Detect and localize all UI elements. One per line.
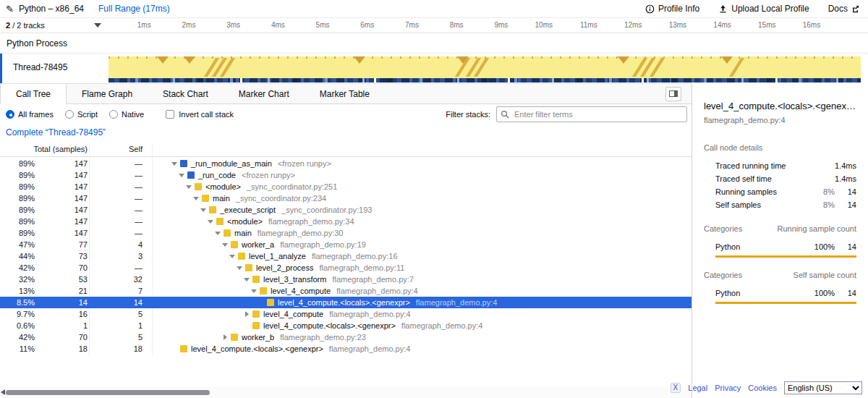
expand-toggle-icon[interactable] [170,159,179,168]
category-bar-python [715,302,856,304]
call-tree-row[interactable]: 44% 73 3 level_1_analyze flamegraph_demo… [0,250,692,262]
categories-label: Categories [704,224,742,233]
row-total-percent: 11% [0,344,35,353]
radio-script[interactable]: Script [65,110,98,119]
ruler-tick-label: 10ms [511,18,553,33]
expand-toggle-icon[interactable] [257,298,265,307]
expand-toggle-icon[interactable] [192,194,200,203]
categories-header-self: Categories Self sample count [704,271,856,279]
legal-link[interactable]: Legal [688,384,707,392]
call-tree-row[interactable]: 42% 70 — level_2_process flamegraph_demo… [0,262,692,274]
expand-toggle-icon[interactable] [235,263,244,272]
row-self-samples: 32 [90,274,153,285]
call-tree-row[interactable]: 8.5% 14 14 level_4_compute.<locals>.<gen… [0,297,692,308]
expand-toggle-icon[interactable] [221,333,229,342]
tab-marker-chart[interactable]: Marker Chart [224,84,305,103]
footer-close-button[interactable]: X [671,383,681,393]
expand-toggle-icon[interactable] [177,171,186,179]
row-frame: main _sync_coordinator.py:234 [153,192,692,204]
sidebar-toggle-button[interactable] [665,87,681,101]
row-frame: level_4_compute.<locals>.<genexpr> flame… [153,343,692,355]
scrollbar-thumb[interactable] [6,390,210,395]
call-tree-row[interactable]: 32% 53 32 level_3_transform flamegraph_d… [0,274,692,285]
expand-toggle-icon[interactable] [184,182,193,191]
row-frame: level_4_compute.<locals>.<genexpr> flame… [153,297,692,308]
call-tree-row[interactable]: 47% 77 4 worker_a flamegraph_demo.py:19 [0,239,692,250]
row-frame: _run_code <frozen runpy> [153,169,692,181]
function-name: _run_code [198,171,236,179]
tab-marker-table[interactable]: Marker Table [305,84,385,103]
language-select[interactable]: English (US) [784,381,862,394]
call-tree-row[interactable]: 42% 70 5 worker_b flamegraph_demo.py:23 [0,331,692,343]
upload-profile-button[interactable]: Upload Local Profile [718,4,809,14]
expand-toggle-icon[interactable] [242,310,251,318]
category-color-icon [209,206,216,213]
row-total-percent: 89% [0,194,35,203]
call-tree-row[interactable]: 89% 147 — _execute_script _sync_coordina… [0,204,692,216]
tracks-dropdown[interactable]: 2 / 2 tracks [0,18,109,33]
call-tree-row[interactable]: 0.6% 1 1 level_4_compute.<locals>.<genex… [0,320,692,331]
filter-stacks-input[interactable] [496,106,687,122]
activity-graph [109,56,861,78]
row-total-samples: 147 [35,216,90,227]
expand-toggle-icon[interactable] [199,206,208,214]
call-tree-row[interactable]: 89% 147 — <module> flamegraph_demo.py:34 [0,216,692,227]
horizontal-scrollbar[interactable] [0,386,692,398]
tab-call-tree[interactable]: Call Tree [0,84,67,104]
call-tree-row[interactable]: 13% 21 7 level_4_compute flamegraph_demo… [0,285,692,297]
edit-profile-name-icon[interactable]: ✎ [6,4,14,14]
expand-toggle-icon[interactable] [206,217,215,226]
category-color-icon [238,253,245,260]
scroll-left-arrow-icon[interactable] [1,389,5,395]
call-tree-row[interactable]: 89% 147 — <module> _sync_coordinator.py:… [0,181,692,192]
ruler-tick-label: 6ms [332,18,374,33]
row-total-samples: 147 [35,204,90,216]
tab-stack-chart[interactable]: Stack Chart [148,84,224,103]
detail-row: Traced self time 1.4ms [704,172,856,185]
column-header-total[interactable]: Total (samples) [0,145,90,156]
sidebar-source-location: flamegraph_demo.py:4 [704,116,856,124]
privacy-link[interactable]: Privacy [715,384,741,392]
breadcrumb-thread-link[interactable]: Complete “Thread-78495” [6,127,106,137]
expand-toggle-icon[interactable] [242,321,251,330]
thread-activity-track[interactable] [109,54,861,83]
call-tree-row[interactable]: 89% 147 — main _sync_coordinator.py:234 [0,192,692,204]
expand-toggle-icon[interactable] [250,287,258,295]
function-name: _execute_script [220,206,276,214]
invert-call-stack-checkbox[interactable]: Invert call stack [166,110,234,119]
radio-all-frames[interactable]: All frames [6,110,54,119]
cookies-link[interactable]: Cookies [748,384,777,392]
expand-toggle-icon[interactable] [170,344,179,353]
radio-native-label: Native [122,110,144,119]
call-tree-row[interactable]: 89% 147 — _run_code <frozen runpy> [0,169,692,181]
expand-toggle-icon[interactable] [242,275,251,284]
expand-toggle-icon[interactable] [221,240,229,249]
function-name: main [234,229,252,237]
row-frame: level_2_process flamegraph_demo.py:11 [153,262,692,274]
row-total-percent: 42% [0,263,35,272]
timeline-ruler[interactable]: 2 / 2 tracks 1ms2ms3ms4ms5ms6ms7ms8ms9ms… [0,18,868,33]
row-self-samples: — [90,169,153,181]
radio-native[interactable]: Native [109,110,144,119]
process-track-header[interactable]: Python Process [0,33,868,54]
call-tree-row[interactable]: 89% 147 — _run_module_as_main <frozen ru… [0,158,692,169]
call-tree-row[interactable]: 11% 18 18 level_4_compute.<locals>.<gene… [0,343,692,355]
call-node-sidebar: level_4_compute.<locals>.<genexpr> flame… [692,83,868,398]
detail-row: Running samples 8% 14 [704,185,856,198]
docs-link[interactable]: Docs [828,4,859,14]
call-tree-row[interactable]: 89% 147 — main flamegraph_demo.py:30 [0,227,692,239]
expand-toggle-icon[interactable] [213,229,222,237]
full-range-link[interactable]: Full Range (17ms) [98,4,170,14]
running-sample-count-label: Running sample count [778,224,856,233]
row-total-percent: 42% [0,333,35,342]
ruler-tick-label: 15ms [734,18,776,33]
tab-flame-graph[interactable]: Flame Graph [67,84,148,103]
call-tree-row[interactable]: 9.7% 16 5 level_4_compute flamegraph_dem… [0,308,692,320]
call-node-details-header: Call node details [704,143,856,152]
row-self-samples: 4 [90,239,153,250]
radio-icon [65,110,74,119]
expand-toggle-icon[interactable] [228,252,237,261]
profile-info-button[interactable]: Profile Info [645,4,699,14]
row-total-percent: 32% [0,275,35,284]
column-header-self[interactable]: Self [90,145,153,156]
